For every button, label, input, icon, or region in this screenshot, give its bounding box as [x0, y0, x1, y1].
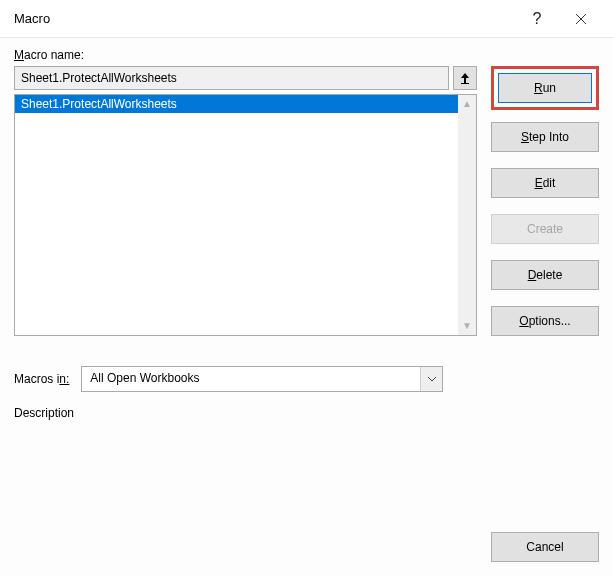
close-icon	[575, 13, 587, 25]
create-button: Create	[491, 214, 599, 244]
macro-name-label: Macro name:	[14, 48, 477, 62]
scroll-up-icon: ▲	[462, 99, 472, 109]
macro-name-input[interactable]	[14, 66, 449, 90]
step-into-button[interactable]: Step Into	[491, 122, 599, 152]
dropdown-arrow[interactable]	[420, 367, 442, 391]
window-title: Macro	[14, 11, 515, 26]
edit-button[interactable]: Edit	[491, 168, 599, 198]
macros-in-label: Macros in:	[14, 372, 69, 386]
scrollbar[interactable]: ▲ ▼	[458, 95, 476, 335]
chevron-down-icon	[427, 376, 437, 382]
description-label: Description	[14, 406, 599, 420]
help-button[interactable]: ?	[515, 4, 559, 34]
delete-button[interactable]: Delete	[491, 260, 599, 290]
run-highlight: Run	[491, 66, 599, 110]
cancel-button[interactable]: Cancel	[491, 532, 599, 562]
go-to-button[interactable]	[453, 66, 477, 90]
titlebar: Macro ?	[0, 0, 613, 38]
close-button[interactable]	[559, 4, 603, 34]
macro-dialog: Macro ? Macro name:	[0, 0, 613, 576]
options-button[interactable]: Options...	[491, 306, 599, 336]
list-item[interactable]: Sheet1.ProtectAllWorksheets	[15, 95, 458, 113]
up-arrow-icon	[459, 72, 471, 84]
run-button[interactable]: Run	[498, 73, 592, 103]
macros-in-value: All Open Workbooks	[82, 367, 420, 391]
macros-in-select[interactable]: All Open Workbooks	[81, 366, 443, 392]
scroll-down-icon: ▼	[462, 321, 472, 331]
macro-list[interactable]: Sheet1.ProtectAllWorksheets ▲ ▼	[14, 94, 477, 336]
